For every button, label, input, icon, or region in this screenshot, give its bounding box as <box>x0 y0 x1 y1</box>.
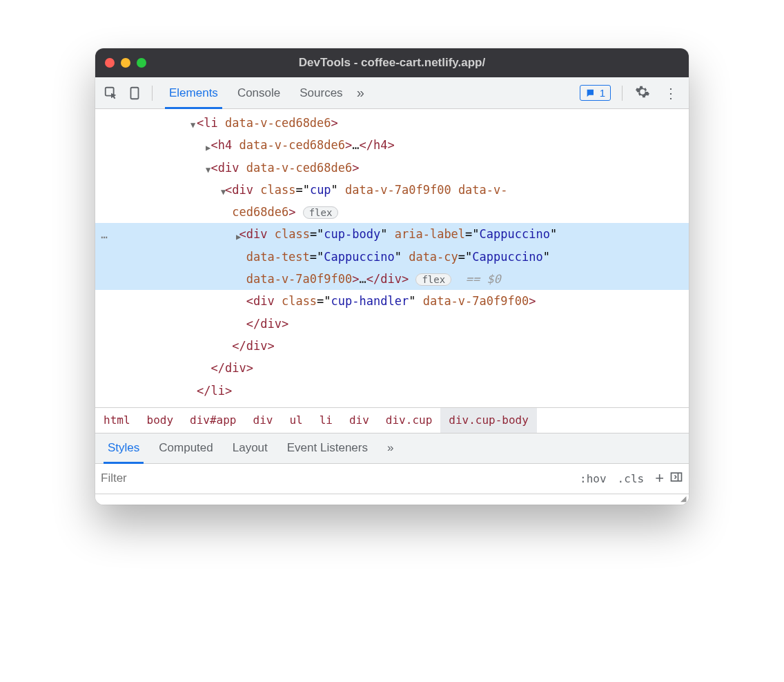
dom-node[interactable]: </div> <box>95 313 689 335</box>
traffic-lights <box>105 58 146 68</box>
hov-button[interactable]: :hov <box>574 472 612 485</box>
flex-badge[interactable]: flex <box>303 206 339 219</box>
crumb-html[interactable]: html <box>95 408 139 433</box>
crumb-app[interactable]: div#app <box>182 408 244 433</box>
tabs-overflow-icon[interactable]: » <box>353 85 369 101</box>
tab-elements[interactable]: Elements <box>159 77 228 108</box>
crumb-cup-body[interactable]: div.cup-body <box>440 408 537 433</box>
dom-node[interactable]: ▶ <h4 data-v-ced68de6>…</h4> <box>95 134 689 156</box>
new-style-rule-icon[interactable]: + <box>649 469 669 487</box>
dom-node[interactable]: ▼ <li data-v-ced68de6> <box>95 112 689 134</box>
crumb-li[interactable]: li <box>311 408 341 433</box>
console-ref: == $0 <box>466 272 501 286</box>
inspect-icon[interactable] <box>101 83 121 104</box>
crumb-div[interactable]: div <box>245 408 282 433</box>
elements-tree[interactable]: ▼ <li data-v-ced68de6> ▶ <h4 data-v-ced6… <box>95 109 689 407</box>
titlebar: DevTools - coffee-cart.netlify.app/ <box>95 48 689 77</box>
crumb-ul[interactable]: ul <box>281 408 311 433</box>
dom-node[interactable]: ▼ <div class="cup" data-v-7a0f9f00 data-… <box>95 179 689 201</box>
dom-node-cont[interactable]: ced68de6> flex <box>95 201 689 223</box>
tab-styles[interactable]: Styles <box>98 433 149 463</box>
cls-button[interactable]: .cls <box>612 472 650 485</box>
panel-tabs: Elements Console Sources » <box>159 77 369 108</box>
toggle-sidebar-icon[interactable] <box>669 470 683 487</box>
flex-badge[interactable]: flex <box>415 273 451 286</box>
dom-node[interactable]: </li> <box>95 380 689 402</box>
issues-badge[interactable]: 1 <box>580 85 611 101</box>
svg-rect-1 <box>131 87 139 99</box>
close-icon[interactable] <box>105 58 115 68</box>
tab-console[interactable]: Console <box>228 77 290 108</box>
crumb-cup[interactable]: div.cup <box>378 408 440 433</box>
dom-node[interactable]: ▼ <div data-v-ced68de6> <box>95 157 689 179</box>
tab-event-listeners[interactable]: Event Listeners <box>277 433 378 463</box>
selected-dom-node[interactable]: ⋯ ▶ <div class="cup-body" aria-label="Ca… <box>95 223 689 290</box>
styles-filter-row: :hov .cls + <box>95 464 689 494</box>
maximize-icon[interactable] <box>137 58 146 68</box>
tab-layout[interactable]: Layout <box>223 433 277 463</box>
tab-sources[interactable]: Sources <box>290 77 352 108</box>
dom-node[interactable]: </div> <box>95 335 689 357</box>
dom-node[interactable]: <div class="cup-handler" data-v-7a0f9f00… <box>95 290 689 312</box>
minimize-icon[interactable] <box>121 58 130 68</box>
separator <box>152 86 153 101</box>
window-title: DevTools - coffee-cart.netlify.app/ <box>95 56 689 70</box>
issues-count: 1 <box>600 87 605 99</box>
toolbar: Elements Console Sources » 1 ⋮ <box>95 77 689 109</box>
breadcrumb: html body div#app div ul li div div.cup … <box>95 407 689 433</box>
crumb-body[interactable]: body <box>139 408 182 433</box>
separator <box>622 86 623 101</box>
styles-tabs-overflow[interactable]: » <box>378 433 403 463</box>
tab-computed[interactable]: Computed <box>149 433 222 463</box>
crumb-div2[interactable]: div <box>341 408 378 433</box>
filter-input[interactable] <box>101 471 574 485</box>
device-icon[interactable] <box>124 83 145 104</box>
dom-node[interactable]: </div> <box>95 357 689 379</box>
resize-handle-icon[interactable]: ◢ <box>95 494 689 505</box>
gear-icon[interactable] <box>629 84 656 102</box>
kebab-icon[interactable]: ⋮ <box>658 86 683 100</box>
styles-tabs: Styles Computed Layout Event Listeners » <box>95 433 689 464</box>
devtools-window: DevTools - coffee-cart.netlify.app/ Elem… <box>95 48 689 505</box>
